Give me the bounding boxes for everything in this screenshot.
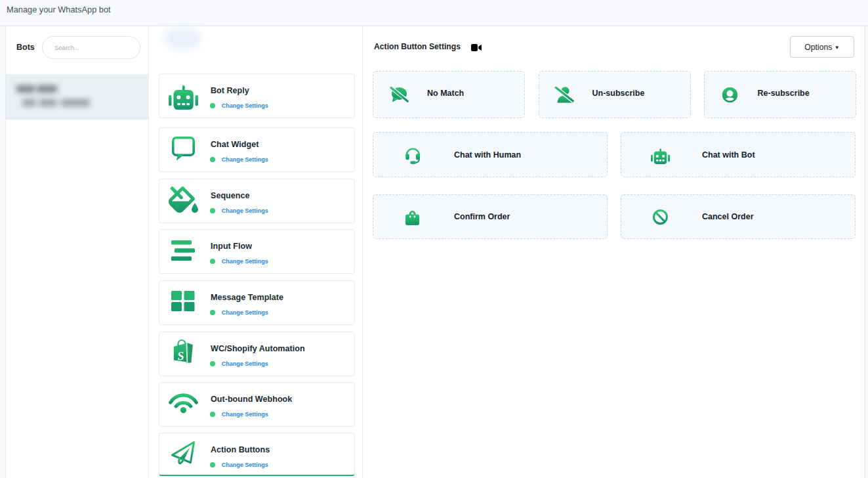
svg-text:S: S — [176, 349, 184, 363]
